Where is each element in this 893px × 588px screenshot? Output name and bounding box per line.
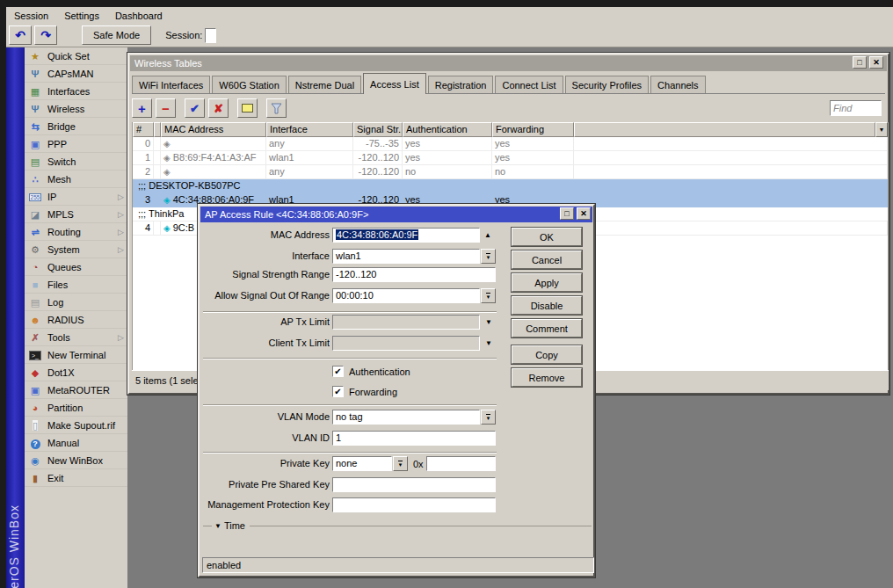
chevron-down-icon[interactable]: ▼ bbox=[485, 315, 492, 330]
sidebar-item-label: Queues bbox=[47, 262, 82, 272]
forwarding-checkbox[interactable]: ✔ bbox=[332, 386, 344, 397]
submenu-arrow-icon: ▷ bbox=[118, 192, 124, 201]
mac-address-field[interactable]: 4C:34:88:06:A0:9F bbox=[332, 228, 480, 243]
cancel-button[interactable]: Cancel bbox=[512, 250, 582, 269]
chevron-down-icon[interactable]: ▼ bbox=[485, 336, 492, 351]
undo-button[interactable]: ↶ bbox=[9, 25, 32, 45]
disable-button[interactable]: ✘ bbox=[208, 98, 229, 118]
private-pre-shared-key-field[interactable] bbox=[332, 477, 496, 492]
allow-signal-out-of-range-field[interactable]: 00:00:10 bbox=[332, 288, 480, 303]
find-input[interactable] bbox=[830, 100, 882, 116]
session-input[interactable] bbox=[205, 28, 216, 43]
sidebar-item-system[interactable]: System▷ bbox=[25, 241, 127, 258]
vlan-mode-field[interactable]: no tag bbox=[332, 410, 480, 425]
disable-rule-button[interactable]: Disable bbox=[512, 296, 582, 315]
sidebar-item-new-winbox[interactable]: New WinBox bbox=[25, 452, 127, 469]
comment-row[interactable]: ;;; DESKTOP-KB507PC bbox=[133, 179, 888, 193]
sidebar-item-bridge[interactable]: Bridge bbox=[25, 118, 127, 135]
dialog-maximize-button[interactable]: □ bbox=[560, 207, 574, 220]
sidebar-item-manual[interactable]: Manual bbox=[25, 434, 127, 452]
client-tx-limit-label: Client Tx Limit bbox=[203, 336, 330, 351]
redo-button[interactable]: ↷ bbox=[34, 25, 57, 45]
comment-rule-button[interactable]: Comment bbox=[512, 319, 582, 338]
auth-cell: yes bbox=[403, 137, 492, 151]
remove-button[interactable]: Remove bbox=[512, 368, 582, 387]
table-row[interactable]: 0 ◈ any -75..-35 yes yes bbox=[133, 137, 888, 151]
sidebar-item-dot1x[interactable]: Dot1X bbox=[25, 364, 127, 381]
private-key-hex-field[interactable] bbox=[426, 456, 496, 471]
tab-connect-list[interactable]: Connect List bbox=[495, 76, 563, 93]
copy-button[interactable]: Copy bbox=[512, 345, 582, 364]
column-header-authentication[interactable]: Authentication bbox=[403, 122, 492, 137]
authentication-checkbox[interactable]: ✔ bbox=[332, 366, 344, 377]
column-header-icon[interactable] bbox=[154, 122, 161, 137]
window-title-bar[interactable]: Wireless Tables bbox=[130, 55, 887, 71]
column-header-forwarding[interactable]: Forwarding bbox=[492, 122, 574, 137]
tab-security-profiles[interactable]: Security Profiles bbox=[565, 76, 649, 93]
sidebar-item-exit[interactable]: Exit bbox=[25, 469, 127, 487]
menu-settings[interactable]: Settings bbox=[56, 9, 107, 23]
sidebar-item-files[interactable]: Files bbox=[25, 276, 127, 294]
tab-nstreme-dual[interactable]: Nstreme Dual bbox=[288, 76, 361, 93]
client-tx-limit-field[interactable] bbox=[332, 336, 480, 351]
tab-registration[interactable]: Registration bbox=[428, 76, 494, 93]
table-row[interactable]: 1 ◈B8:69:F4:A1:A3:AF wlan1 -120..120 yes… bbox=[133, 151, 888, 165]
tab-wifi-interfaces[interactable]: WiFi Interfaces bbox=[132, 76, 210, 93]
sidebar-item-capsman[interactable]: CAPsMAN bbox=[25, 65, 127, 83]
column-header-signal[interactable]: Signal Str.. bbox=[353, 122, 403, 137]
sidebar-item-new-terminal[interactable]: New Terminal bbox=[25, 346, 127, 364]
sidebar-item-ppp[interactable]: PPP bbox=[25, 135, 127, 153]
safe-mode-button[interactable]: Safe Mode bbox=[82, 25, 151, 45]
sidebar-item-label: New Terminal bbox=[47, 350, 105, 360]
tab-w60g-station[interactable]: W60G Station bbox=[212, 76, 286, 93]
interface-dropdown-button[interactable]: ▼ bbox=[481, 249, 496, 264]
menu-dashboard[interactable]: Dashboard bbox=[107, 9, 171, 23]
sidebar-item-ip[interactable]: IP▷ bbox=[25, 188, 127, 206]
column-header-interface[interactable]: Interface bbox=[266, 122, 353, 137]
enable-button[interactable]: ✔ bbox=[185, 98, 205, 118]
sidebar-item-routing[interactable]: Routing▷ bbox=[25, 223, 127, 241]
allow-signal-dropdown-button[interactable]: ▼ bbox=[481, 288, 496, 303]
ok-button[interactable]: OK bbox=[512, 228, 582, 246]
sidebar-item-log[interactable]: Log bbox=[25, 294, 127, 311]
tab-channels[interactable]: Channels bbox=[650, 76, 705, 93]
dialog-close-button[interactable]: ✕ bbox=[577, 207, 591, 220]
sidebar-item-wireless[interactable]: Wireless bbox=[25, 100, 127, 118]
filter-button[interactable] bbox=[266, 98, 287, 118]
comment-button[interactable] bbox=[237, 98, 258, 118]
sidebar-item-quick-set[interactable]: Quick Set bbox=[25, 47, 127, 65]
column-header-num[interactable]: # bbox=[133, 122, 154, 137]
sidebar-item-switch[interactable]: Switch bbox=[25, 153, 127, 171]
sidebar-item-partition[interactable]: Partition bbox=[25, 399, 127, 417]
column-select-dropdown[interactable]: ▼ bbox=[875, 122, 888, 137]
sidebar-item-queues[interactable]: Queues bbox=[25, 258, 127, 276]
sidebar-item-metarouter[interactable]: MetaROUTER bbox=[25, 381, 127, 399]
apply-button[interactable]: Apply bbox=[512, 273, 582, 292]
sidebar-item-make-supout[interactable]: Make Supout.rif bbox=[25, 417, 127, 434]
tab-access-list[interactable]: Access List bbox=[363, 73, 426, 94]
management-protection-key-field[interactable] bbox=[332, 497, 496, 512]
vlan-id-field[interactable]: 1 bbox=[332, 431, 496, 446]
dialog-title-bar[interactable]: AP Access Rule <4C:34:88:06:A0:9F> bbox=[200, 207, 592, 222]
maximize-button[interactable]: □ bbox=[853, 56, 867, 69]
sidebar-item-mesh[interactable]: Mesh bbox=[25, 171, 127, 188]
time-section-header[interactable]: ▼ Time bbox=[203, 520, 592, 531]
sidebar-item-tools[interactable]: Tools▷ bbox=[25, 329, 127, 346]
column-header-mac[interactable]: MAC Address bbox=[161, 122, 266, 137]
allow-signal-value: 00:00:10 bbox=[336, 290, 374, 301]
sidebar-item-radius[interactable]: RADIUS bbox=[25, 311, 127, 329]
table-row[interactable]: 2 ◈ any -120..120 no no bbox=[133, 165, 888, 179]
sidebar-item-mpls[interactable]: MPLS▷ bbox=[25, 206, 127, 223]
menu-session[interactable]: Session bbox=[6, 9, 56, 23]
vlan-mode-dropdown-button[interactable]: ▼ bbox=[481, 410, 496, 425]
ap-tx-limit-field[interactable] bbox=[332, 315, 480, 330]
close-button[interactable]: ✕ bbox=[869, 56, 883, 69]
interface-field[interactable]: wlan1 bbox=[332, 249, 480, 264]
signal-strength-range-field[interactable]: -120..120 bbox=[332, 267, 496, 282]
private-key-field[interactable]: none bbox=[332, 456, 392, 471]
remove-entry-button[interactable]: − bbox=[156, 98, 176, 118]
sidebar-item-interfaces[interactable]: Interfaces bbox=[25, 83, 127, 100]
private-key-dropdown-button[interactable]: ▼ bbox=[393, 456, 408, 471]
add-button[interactable]: + bbox=[132, 98, 152, 118]
arrow-up-icon[interactable]: ▲ bbox=[484, 228, 491, 243]
